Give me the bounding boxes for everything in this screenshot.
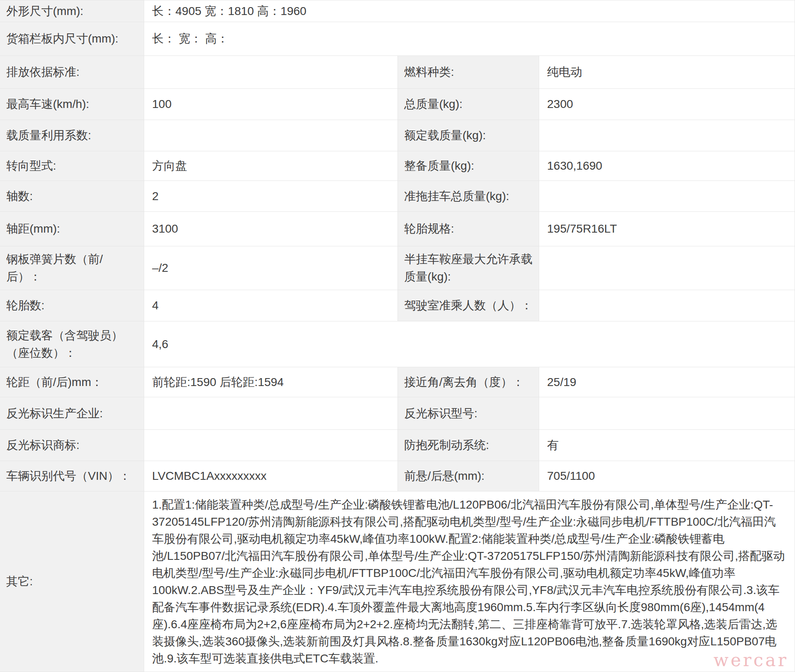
row-value: 705/1100 (539, 461, 795, 491)
spec-row-cargo-box-dimensions: 货箱栏板内尺寸(mm): 长： 宽： 高： (0, 22, 795, 56)
row-value: –/2 (144, 246, 398, 290)
spec-row-axles-trailer: 轴数: 2 准拖挂车总质量(kg): (0, 181, 795, 212)
row-label: 驾驶室准乘人数（人）： (398, 290, 539, 321)
row-value: 3100 (144, 212, 398, 246)
vehicle-spec-table: 外形尺寸(mm): 长：4905 宽：1810 高：1960 货箱栏板内尺寸(m… (0, 0, 795, 672)
row-value: 长：4905 宽：1810 高：1960 (144, 0, 795, 22)
row-value: 1630,1690 (539, 151, 795, 181)
row-label: 轮距（前/后)mm： (0, 367, 144, 397)
spec-row-springs-saddle: 钢板弹簧片数（前/后）： –/2 半挂车鞍座最大允许承载质量(kg): (0, 246, 795, 290)
row-value: 2300 (539, 89, 795, 120)
spec-row-load-factor: 载质量利用系数: 额定载质量(kg): (0, 120, 795, 151)
row-label: 防抱死制动系统: (398, 430, 539, 461)
row-label: 额定载客（含驾驶员）（座位数）： (0, 321, 144, 367)
row-label: 整备质量(kg): (398, 151, 539, 181)
row-value (144, 120, 398, 151)
row-label: 总质量(kg): (398, 89, 539, 120)
row-label: 轮胎规格: (398, 212, 539, 246)
row-label: 其它: (0, 491, 144, 672)
row-value (539, 120, 795, 151)
row-value: 纯电动 (539, 56, 795, 88)
row-label: 轮胎数: (0, 290, 144, 321)
spec-row-speed-mass: 最高车速(km/h): 100 总质量(kg): 2300 (0, 89, 795, 120)
row-value: 100 (144, 89, 398, 120)
spec-row-emission-fuel: 排放依据标准: 燃料种类: 纯电动 (0, 56, 795, 89)
row-value: 长： 宽： 高： (144, 22, 795, 55)
row-value (539, 397, 795, 429)
row-value: 2 (144, 181, 398, 211)
spec-row-track-angles: 轮距（前/后)mm： 前轮距:1590 后轮距:1594 接近角/离去角（度）：… (0, 367, 795, 397)
row-value (539, 181, 795, 211)
spec-row-reflective-brand-abs: 反光标识商标: 防抱死制动系统: 有 (0, 430, 795, 461)
row-value (144, 56, 398, 88)
row-value (144, 397, 398, 429)
row-value: 25/19 (539, 367, 795, 397)
row-label: 载质量利用系数: (0, 120, 144, 151)
row-label: 反光标识生产企业: (0, 397, 144, 429)
spec-row-reflective-maker-model: 反光标识生产企业: 反光标识型号: (0, 397, 795, 430)
row-value: 1.配置1:储能装置种类/总成型号/生产企业:磷酸铁锂蓄电池/L120PB06/… (144, 491, 795, 672)
row-label: 燃料种类: (398, 56, 539, 88)
row-label: 前悬/后悬(mm): (398, 461, 539, 491)
row-label: 排放依据标准: (0, 56, 144, 88)
spec-row-vin-overhang: 车辆识别代号（VIN）： LVCMBC1Axxxxxxxxx 前悬/后悬(mm)… (0, 461, 795, 491)
row-label: 轴距(mm): (0, 212, 144, 246)
row-value (539, 290, 795, 321)
spec-row-steering-curb-mass: 转向型式: 方向盘 整备质量(kg): 1630,1690 (0, 151, 795, 181)
row-label: 额定载质量(kg): (398, 120, 539, 151)
spec-row-wheelbase-tire: 轴距(mm): 3100 轮胎规格: 195/75R16LT (0, 212, 795, 246)
spec-row-tire-count-cab: 轮胎数: 4 驾驶室准乘人数（人）： (0, 290, 795, 321)
row-label: 外形尺寸(mm): (0, 0, 144, 22)
row-value: 前轮距:1590 后轮距:1594 (144, 367, 398, 397)
row-value: 4 (144, 290, 398, 321)
row-label: 反光标识商标: (0, 430, 144, 461)
row-value: 4,6 (144, 321, 795, 367)
spec-row-dimensions: 外形尺寸(mm): 长：4905 宽：1810 高：1960 (0, 0, 795, 22)
row-value (539, 246, 795, 290)
spec-row-passenger-capacity: 额定载客（含驾驶员）（座位数）： 4,6 (0, 321, 795, 367)
row-value: LVCMBC1Axxxxxxxxx (144, 461, 398, 491)
row-value: 方向盘 (144, 151, 398, 181)
row-value (144, 430, 398, 461)
watermark-text: wercar (713, 650, 788, 670)
row-label: 半挂车鞍座最大允许承载质量(kg): (398, 246, 539, 290)
row-label: 准拖挂车总质量(kg): (398, 181, 539, 211)
row-value: 有 (539, 430, 795, 461)
row-label: 反光标识型号: (398, 397, 539, 429)
row-label: 接近角/离去角（度）： (398, 367, 539, 397)
spec-row-other: 其它: 1.配置1:储能装置种类/总成型号/生产企业:磷酸铁锂蓄电池/L120P… (0, 491, 795, 672)
row-label: 货箱栏板内尺寸(mm): (0, 22, 144, 55)
row-label: 转向型式: (0, 151, 144, 181)
row-label: 钢板弹簧片数（前/后）： (0, 246, 144, 290)
row-label: 最高车速(km/h): (0, 89, 144, 120)
row-label: 车辆识别代号（VIN）： (0, 461, 144, 491)
row-label: 轴数: (0, 181, 144, 211)
row-value: 195/75R16LT (539, 212, 795, 246)
